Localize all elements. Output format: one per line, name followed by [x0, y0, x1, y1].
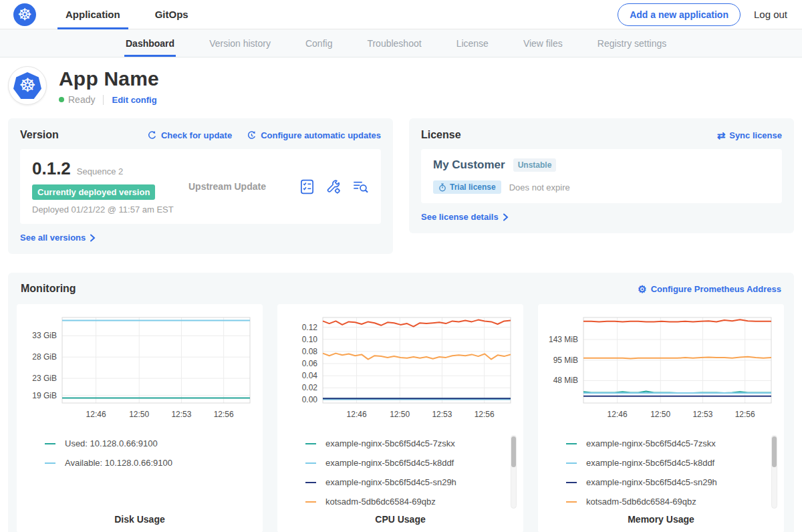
- legend-swatch-icon: [566, 443, 577, 444]
- top-tab-application[interactable]: Application: [61, 0, 124, 29]
- svg-text:0.04: 0.04: [302, 371, 318, 380]
- legend-swatch-icon: [305, 462, 316, 464]
- svg-text:12:56: 12:56: [214, 410, 234, 419]
- legend-item: kotsadm-5db6dc6584-69qbz: [305, 492, 515, 511]
- deploy-logs-icon[interactable]: [352, 180, 369, 194]
- app-sub-nav: DashboardVersion historyConfigTroublesho…: [0, 29, 802, 57]
- edit-config-link[interactable]: Edit config: [112, 95, 156, 105]
- logout-link[interactable]: Log out: [754, 9, 787, 20]
- tab-troubleshoot[interactable]: Troubleshoot: [367, 29, 421, 57]
- svg-text:12:56: 12:56: [735, 410, 755, 419]
- legend-scrollbar-thumb[interactable]: [772, 436, 777, 467]
- legend-swatch-icon: [305, 443, 316, 444]
- legend-swatch-icon: [305, 501, 316, 503]
- tab-config[interactable]: Config: [305, 29, 332, 57]
- chevron-right-icon: [503, 213, 509, 221]
- currently-deployed-badge: Currently deployed version: [32, 184, 155, 200]
- chart-card-disk-usage: 19 GiB23 GiB28 GiB33 GiB12:4612:5012:531…: [17, 304, 263, 532]
- app-logo-icon: ☸: [8, 66, 47, 105]
- line-chart: 0.000.020.040.060.080.100.1212:4612:5012…: [285, 311, 515, 423]
- trial-license-badge: Trial license: [433, 180, 501, 194]
- legend-label: example-nginx-5bc6f5d4c5-7zskx: [325, 438, 455, 448]
- customer-name: My Customer: [433, 158, 505, 172]
- chart-legend: Used: 10.128.0.66:9100Available: 10.128.…: [25, 434, 255, 473]
- version-number: 0.1.2: [32, 158, 71, 179]
- preflight-checks-icon[interactable]: [299, 179, 315, 194]
- svg-text:95 MiB: 95 MiB: [553, 356, 578, 365]
- legend-item: example-nginx-5bc6f5d4c5-sn29h: [305, 473, 515, 492]
- tab-license[interactable]: License: [456, 29, 489, 57]
- license-card-title: License: [421, 129, 461, 141]
- version-sequence: Sequence 2: [77, 166, 123, 176]
- add-application-button[interactable]: Add a new application: [618, 3, 741, 26]
- legend-scrollbar[interactable]: [771, 435, 777, 509]
- svg-text:12:53: 12:53: [692, 410, 712, 419]
- legend-label: kotsadm-5db6dc6584-69qbz: [325, 497, 436, 507]
- legend-label: example-nginx-5bc6f5d4c5-7zskx: [586, 438, 716, 448]
- page-title: App Name: [59, 68, 159, 90]
- svg-text:0.12: 0.12: [302, 323, 318, 332]
- svg-text:0.10: 0.10: [302, 335, 318, 344]
- tab-version-history[interactable]: Version history: [209, 29, 271, 57]
- tab-dashboard[interactable]: Dashboard: [126, 29, 174, 57]
- chart-title: Disk Usage: [17, 514, 263, 525]
- svg-text:33 GiB: 33 GiB: [32, 331, 57, 340]
- chart-title: CPU Usage: [277, 514, 523, 525]
- monitoring-title: Monitoring: [21, 283, 76, 295]
- check-for-update-link[interactable]: Check for update: [147, 130, 232, 140]
- legend-scrollbar-thumb[interactable]: [511, 436, 516, 467]
- sync-license-link[interactable]: ⇄ Sync license: [717, 130, 782, 140]
- version-card-title: Version: [20, 129, 59, 141]
- monitoring-section: Monitoring ⚙ Configure Prometheus Addres…: [8, 273, 794, 532]
- see-license-details-link[interactable]: See license details: [421, 212, 509, 222]
- svg-text:48 MiB: 48 MiB: [553, 376, 578, 385]
- legend-swatch-icon: [566, 501, 577, 503]
- configure-prometheus-link[interactable]: ⚙ Configure Prometheus Address: [638, 284, 781, 294]
- app-header: ☸ App Name Ready Edit config: [0, 57, 802, 113]
- chevron-right-icon: [90, 234, 96, 242]
- legend-swatch-icon: [45, 462, 55, 464]
- legend-item: Available: 10.128.0.66:9100: [45, 453, 255, 473]
- svg-text:19 GiB: 19 GiB: [32, 391, 57, 400]
- legend-item: kotsadm-5db6dc6584-69qbz: [566, 492, 776, 511]
- refresh-icon: [147, 130, 157, 140]
- license-expiry: Does not expire: [509, 182, 570, 192]
- charts-row: 19 GiB23 GiB28 GiB33 GiB12:4612:5012:531…: [17, 304, 785, 532]
- app-status: Ready: [68, 94, 95, 105]
- legend-swatch-icon: [305, 482, 316, 483]
- top-tab-gitops[interactable]: GitOps: [151, 0, 192, 29]
- chart-legend: example-nginx-5bc6f5d4c5-7zskxexample-ng…: [546, 434, 776, 511]
- tab-registry-settings[interactable]: Registry settings: [597, 29, 666, 57]
- legend-item: example-nginx-5bc6f5d4c5-7zskx: [566, 434, 776, 453]
- legend-scrollbar[interactable]: [511, 435, 517, 509]
- svg-text:12:56: 12:56: [475, 410, 495, 419]
- see-all-versions-link[interactable]: See all versions: [20, 233, 96, 243]
- kubernetes-logo-icon: ☸: [13, 3, 36, 26]
- legend-label: example-nginx-5bc6f5d4c5-k8ddf: [325, 458, 454, 468]
- license-card: License ⇄ Sync license My Customer Unsta…: [409, 118, 794, 233]
- configure-automatic-updates-link[interactable]: Configure automatic updates: [247, 130, 381, 140]
- legend-swatch-icon: [566, 482, 577, 483]
- channel-badge: Unstable: [513, 158, 557, 172]
- svg-text:0.02: 0.02: [302, 383, 318, 392]
- chart-legend: example-nginx-5bc6f5d4c5-7zskxexample-ng…: [285, 434, 515, 511]
- svg-text:12:46: 12:46: [86, 410, 106, 419]
- line-chart: 19 GiB23 GiB28 GiB33 GiB12:4612:5012:531…: [25, 311, 255, 423]
- svg-text:12:53: 12:53: [432, 410, 452, 419]
- svg-text:0.08: 0.08: [302, 347, 318, 356]
- legend-label: example-nginx-5bc6f5d4c5-k8ddf: [586, 458, 714, 468]
- chart-title: Memory Usage: [538, 514, 784, 525]
- svg-text:12:46: 12:46: [347, 410, 367, 419]
- legend-label: Used: 10.128.0.66:9100: [65, 438, 158, 448]
- wrench-config-icon[interactable]: [325, 179, 342, 194]
- legend-label: example-nginx-5bc6f5d4c5-sn29h: [586, 477, 717, 487]
- svg-text:12:46: 12:46: [608, 410, 628, 419]
- legend-item: Used: 10.128.0.66:9100: [45, 434, 255, 453]
- status-dot-icon: [59, 97, 64, 102]
- svg-text:12:53: 12:53: [171, 410, 191, 419]
- legend-item: example-nginx-5bc6f5d4c5-sn29h: [566, 473, 776, 492]
- tab-view-files[interactable]: View files: [523, 29, 563, 57]
- svg-text:12:50: 12:50: [129, 410, 149, 419]
- legend-label: example-nginx-5bc6f5d4c5-sn29h: [325, 477, 456, 487]
- sync-arrows-icon: ⇄: [717, 130, 726, 140]
